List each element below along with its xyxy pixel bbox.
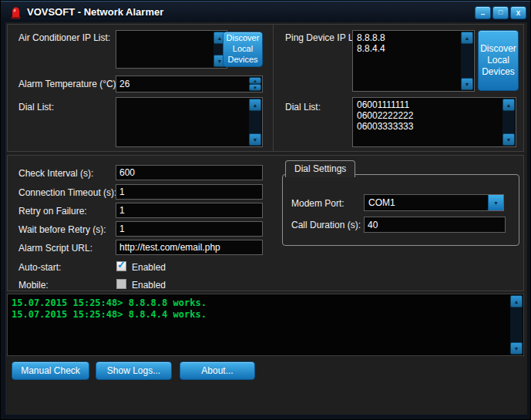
scroll-down-icon[interactable]: ▼ [502, 133, 515, 146]
scroll-up-icon[interactable]: ▲ [461, 32, 473, 44]
mobile-label: Mobile: [18, 280, 49, 291]
ac-ip-list-input[interactable] [116, 31, 213, 68]
title-bar: VOVSOFT - Network Alarmer – □ x [1, 1, 530, 22]
scroll-down-icon[interactable]: ▼ [461, 78, 473, 90]
ping-device-listbox[interactable]: 8.8.8.8 8.8.4.4 ▲ ▼ [352, 30, 475, 92]
ac-ip-listbox[interactable]: ▲ ▼ [116, 30, 227, 69]
ac-ip-list-label: Air Conditioner IP List: [18, 32, 110, 43]
modem-port-selected-value: COM1 [368, 197, 395, 208]
dial-list-left-input[interactable] [116, 98, 248, 146]
log-line: 15.07.2015 15:25:48> 8.8.8.8 works. [12, 297, 207, 308]
log-output[interactable]: 15.07.2015 15:25:48> 8.8.8.8 works. 15.0… [7, 294, 524, 356]
alarm-temperature-input[interactable] [116, 76, 248, 92]
dial-list-right-label: Dial List: [285, 102, 321, 113]
log-scrollbar[interactable]: ▲ ▼ [510, 295, 523, 354]
window-title: VOVSOFT - Network Alarmer [27, 6, 163, 18]
scroll-up-icon[interactable]: ▲ [510, 295, 523, 307]
retry-on-failure-label: Retry on Failure: [18, 206, 87, 217]
spin-down-icon[interactable]: ▼ [249, 84, 261, 91]
scroll-up-icon[interactable]: ▲ [249, 99, 261, 111]
panel-divider [273, 25, 274, 151]
mobile-enabled-label: Enabled [132, 280, 166, 291]
dial-listbox-right[interactable]: 06001111111 06002222222 06003333333 ▲ ▼ [352, 97, 516, 147]
ping-device-list-input[interactable]: 8.8.8.8 8.8.4.4 [353, 31, 460, 91]
manual-check-button[interactable]: Manual Check [12, 361, 89, 380]
close-icon: x [516, 9, 521, 17]
retry-on-failure-input[interactable] [116, 203, 263, 218]
wait-before-retry-input[interactable] [116, 221, 263, 237]
auto-start-checkbox[interactable]: ✓ [116, 261, 126, 271]
log-line: 15.07.2015 15:25:48> 8.8.4.4 works. [12, 309, 207, 320]
spin-up-icon[interactable]: ▲ [249, 77, 261, 84]
scroll-down-icon[interactable]: ▼ [249, 133, 261, 146]
auto-start-enabled-label: Enabled [132, 262, 166, 273]
alarm-temperature-spin-buttons: ▲ ▼ [249, 77, 261, 91]
dial-list-left-label: Dial List: [18, 102, 54, 113]
checkmark-icon: ✓ [117, 259, 126, 270]
dial-listbox-left[interactable]: ▲ ▼ [116, 97, 263, 147]
scroll-down-icon[interactable]: ▼ [510, 342, 523, 354]
alarm-temperature-label: Alarm Temperature (°C): [18, 79, 119, 89]
combo-dropdown-button[interactable]: ▼ [488, 195, 503, 210]
chevron-down-icon: ▼ [493, 200, 499, 206]
top-panel: Air Conditioner IP List: ▲ ▼ Discover Lo… [7, 24, 524, 152]
settings-panel: Check Interval (s): Connection Timeout (… [7, 155, 524, 291]
about-button[interactable]: About... [180, 361, 255, 380]
modem-port-label: Modem Port: [291, 198, 344, 209]
show-logs-button[interactable]: Show Logs... [96, 361, 172, 380]
app-window: VOVSOFT - Network Alarmer – □ x Air Cond… [0, 0, 531, 420]
wait-before-retry-label: Wait before Retry (s): [18, 224, 106, 235]
dial-list-right-scrollbar[interactable]: ▲ ▼ [502, 99, 515, 146]
dial-list-right-input[interactable]: 06001111111 06002222222 06003333333 [353, 98, 502, 146]
alarm-temperature-spinner[interactable]: ▲ ▼ [116, 76, 263, 92]
mobile-checkbox[interactable] [116, 279, 126, 289]
connection-timeout-input[interactable] [116, 184, 263, 200]
tab-dial-settings[interactable]: Dial Settings [285, 160, 355, 177]
minimize-button[interactable]: – [475, 6, 491, 19]
dial-list-left-scrollbar[interactable]: ▲ ▼ [249, 99, 261, 146]
close-button[interactable]: x [510, 6, 526, 19]
maximize-icon: □ [499, 9, 502, 16]
alarm-script-url-input[interactable] [116, 240, 263, 255]
check-interval-input[interactable] [116, 165, 263, 180]
ping-device-scrollbar[interactable]: ▲ ▼ [461, 32, 473, 90]
call-duration-input[interactable] [364, 217, 506, 233]
discover-local-devices-button-ac[interactable]: Discover Local Devices [223, 32, 263, 67]
minimize-icon: – [481, 11, 486, 18]
maximize-button[interactable]: □ [492, 6, 509, 19]
modem-port-combobox[interactable]: COM1 ▼ [364, 194, 504, 211]
alarm-script-url-label: Alarm Script URL: [18, 243, 92, 254]
auto-start-label: Auto-start: [18, 262, 61, 273]
discover-local-devices-button-ping[interactable]: Discover Local Devices [478, 30, 519, 91]
call-duration-label: Call Duration (s): [291, 220, 361, 230]
check-interval-label: Check Interval (s): [18, 168, 93, 179]
client-area: Air Conditioner IP List: ▲ ▼ Discover Lo… [5, 22, 527, 415]
alarm-siren-icon [10, 5, 22, 19]
connection-timeout-label: Connection Timeout (s): [18, 187, 116, 198]
scroll-up-icon[interactable]: ▲ [502, 99, 515, 111]
